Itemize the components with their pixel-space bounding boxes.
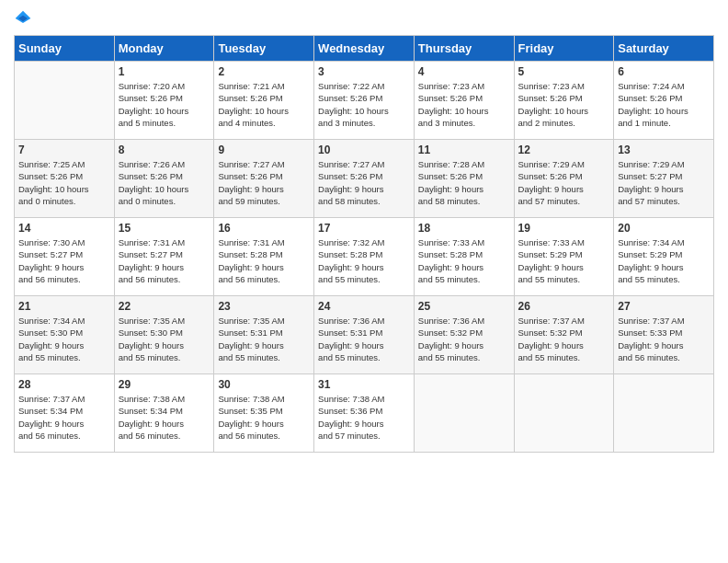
day-number: 30 [218,378,310,391]
day-detail: Sunrise: 7:38 AM Sunset: 5:34 PM Dayligh… [119,393,210,442]
day-detail: Sunrise: 7:35 AM Sunset: 5:30 PM Dayligh… [119,315,210,363]
day-detail: Sunrise: 7:31 AM Sunset: 5:28 PM Dayligh… [218,236,310,285]
calendar-cell: 29Sunrise: 7:38 AM Sunset: 5:34 PM Dayli… [114,374,214,453]
day-detail: Sunrise: 7:37 AM Sunset: 5:34 PM Dayligh… [18,393,110,442]
day-detail: Sunrise: 7:20 AM Sunset: 5:26 PM Dayligh… [119,80,210,129]
day-number: 22 [119,300,210,313]
day-header: Tuesday [214,36,314,62]
calendar-cell: 17Sunrise: 7:32 AM Sunset: 5:28 PM Dayli… [314,218,415,296]
day-number: 9 [218,144,310,156]
calendar-cell: 28Sunrise: 7:37 AM Sunset: 5:34 PM Dayli… [15,374,115,453]
day-detail: Sunrise: 7:22 AM Sunset: 5:26 PM Dayligh… [318,80,410,129]
day-detail: Sunrise: 7:32 AM Sunset: 5:28 PM Dayligh… [318,236,410,285]
calendar-cell: 22Sunrise: 7:35 AM Sunset: 5:30 PM Dayli… [114,296,214,374]
calendar-cell: 27Sunrise: 7:37 AM Sunset: 5:33 PM Dayli… [614,296,714,374]
calendar-cell: 16Sunrise: 7:31 AM Sunset: 5:28 PM Dayli… [214,218,314,296]
day-detail: Sunrise: 7:38 AM Sunset: 5:35 PM Dayligh… [218,393,310,442]
calendar-cell: 18Sunrise: 7:33 AM Sunset: 5:28 PM Dayli… [414,218,514,296]
day-number: 14 [18,222,110,235]
calendar-cell [614,374,714,453]
day-number: 20 [618,222,710,235]
day-number: 11 [418,144,510,156]
calendar-header-row: SundayMondayTuesdayWednesdayThursdayFrid… [15,36,714,62]
day-number: 1 [119,65,210,78]
calendar-cell: 21Sunrise: 7:34 AM Sunset: 5:30 PM Dayli… [15,296,115,374]
calendar-week-row: 21Sunrise: 7:34 AM Sunset: 5:30 PM Dayli… [15,296,714,374]
day-detail: Sunrise: 7:29 AM Sunset: 5:26 PM Dayligh… [518,158,610,207]
calendar-cell: 1Sunrise: 7:20 AM Sunset: 5:26 PM Daylig… [114,62,214,140]
day-header: Wednesday [314,36,415,62]
day-detail: Sunrise: 7:27 AM Sunset: 5:26 PM Dayligh… [318,158,410,207]
day-detail: Sunrise: 7:26 AM Sunset: 5:26 PM Dayligh… [119,158,210,207]
day-detail: Sunrise: 7:38 AM Sunset: 5:36 PM Dayligh… [318,393,410,442]
day-number: 23 [218,300,310,313]
calendar-cell: 7Sunrise: 7:25 AM Sunset: 5:26 PM Daylig… [15,140,115,218]
calendar-week-row: 14Sunrise: 7:30 AM Sunset: 5:27 PM Dayli… [15,218,714,296]
calendar-cell: 13Sunrise: 7:29 AM Sunset: 5:27 PM Dayli… [614,140,714,218]
calendar-cell: 12Sunrise: 7:29 AM Sunset: 5:26 PM Dayli… [514,140,614,218]
day-detail: Sunrise: 7:24 AM Sunset: 5:26 PM Dayligh… [618,80,710,129]
day-number: 25 [418,300,510,313]
day-detail: Sunrise: 7:27 AM Sunset: 5:26 PM Dayligh… [218,158,310,207]
calendar-cell: 4Sunrise: 7:23 AM Sunset: 5:26 PM Daylig… [414,62,514,140]
day-number: 27 [618,300,710,313]
day-number: 19 [518,222,610,235]
day-number: 29 [119,378,210,391]
day-number: 31 [318,378,410,391]
calendar-week-row: 7Sunrise: 7:25 AM Sunset: 5:26 PM Daylig… [15,140,714,218]
day-number: 3 [318,65,410,78]
calendar-cell: 15Sunrise: 7:31 AM Sunset: 5:27 PM Dayli… [114,218,214,296]
day-detail: Sunrise: 7:37 AM Sunset: 5:33 PM Dayligh… [618,315,710,363]
day-number: 18 [418,222,510,235]
day-detail: Sunrise: 7:34 AM Sunset: 5:30 PM Dayligh… [18,315,110,363]
calendar-week-row: 28Sunrise: 7:37 AM Sunset: 5:34 PM Dayli… [15,374,714,453]
calendar-cell: 8Sunrise: 7:26 AM Sunset: 5:26 PM Daylig… [114,140,214,218]
day-detail: Sunrise: 7:25 AM Sunset: 5:26 PM Dayligh… [18,158,110,207]
day-detail: Sunrise: 7:28 AM Sunset: 5:26 PM Dayligh… [418,158,510,207]
day-number: 5 [518,65,610,78]
day-detail: Sunrise: 7:35 AM Sunset: 5:31 PM Dayligh… [218,315,310,363]
day-detail: Sunrise: 7:21 AM Sunset: 5:26 PM Dayligh… [218,80,310,129]
calendar-cell: 30Sunrise: 7:38 AM Sunset: 5:35 PM Dayli… [214,374,314,453]
calendar-cell: 2Sunrise: 7:21 AM Sunset: 5:26 PM Daylig… [214,62,314,140]
day-detail: Sunrise: 7:36 AM Sunset: 5:32 PM Dayligh… [418,315,510,363]
day-number: 28 [18,378,110,391]
calendar-cell: 11Sunrise: 7:28 AM Sunset: 5:26 PM Dayli… [414,140,514,218]
day-detail: Sunrise: 7:37 AM Sunset: 5:32 PM Dayligh… [518,315,610,363]
calendar-cell: 14Sunrise: 7:30 AM Sunset: 5:27 PM Dayli… [15,218,115,296]
calendar-cell: 23Sunrise: 7:35 AM Sunset: 5:31 PM Dayli… [214,296,314,374]
day-detail: Sunrise: 7:33 AM Sunset: 5:28 PM Dayligh… [418,236,510,285]
day-number: 16 [218,222,310,235]
day-number: 2 [218,65,310,78]
day-detail: Sunrise: 7:33 AM Sunset: 5:29 PM Dayligh… [518,236,610,285]
calendar-cell: 20Sunrise: 7:34 AM Sunset: 5:29 PM Dayli… [614,218,714,296]
day-number: 8 [119,144,210,156]
calendar-cell [514,374,614,453]
day-number: 12 [518,144,610,156]
calendar-cell: 24Sunrise: 7:36 AM Sunset: 5:31 PM Dayli… [314,296,415,374]
calendar-cell [414,374,514,453]
day-header: Thursday [414,36,514,62]
day-number: 7 [18,144,110,156]
day-header: Friday [514,36,614,62]
day-number: 17 [318,222,410,235]
page-header [14,9,714,28]
calendar-cell: 10Sunrise: 7:27 AM Sunset: 5:26 PM Dayli… [314,140,415,218]
day-detail: Sunrise: 7:31 AM Sunset: 5:27 PM Dayligh… [119,236,210,285]
calendar-cell: 6Sunrise: 7:24 AM Sunset: 5:26 PM Daylig… [614,62,714,140]
calendar-cell: 9Sunrise: 7:27 AM Sunset: 5:26 PM Daylig… [214,140,314,218]
page-container: SundayMondayTuesdayWednesdayThursdayFrid… [0,0,728,462]
day-number: 21 [18,300,110,313]
day-header: Saturday [614,36,714,62]
calendar-cell: 5Sunrise: 7:23 AM Sunset: 5:26 PM Daylig… [514,62,614,140]
day-number: 4 [418,65,510,78]
calendar-cell: 19Sunrise: 7:33 AM Sunset: 5:29 PM Dayli… [514,218,614,296]
day-number: 24 [318,300,410,313]
day-detail: Sunrise: 7:23 AM Sunset: 5:26 PM Dayligh… [418,80,510,129]
calendar-cell: 25Sunrise: 7:36 AM Sunset: 5:32 PM Dayli… [414,296,514,374]
day-number: 26 [518,300,610,313]
calendar-table: SundayMondayTuesdayWednesdayThursdayFrid… [14,35,714,453]
calendar-cell [15,62,115,140]
calendar-cell: 3Sunrise: 7:22 AM Sunset: 5:26 PM Daylig… [314,62,415,140]
day-number: 6 [618,65,710,78]
